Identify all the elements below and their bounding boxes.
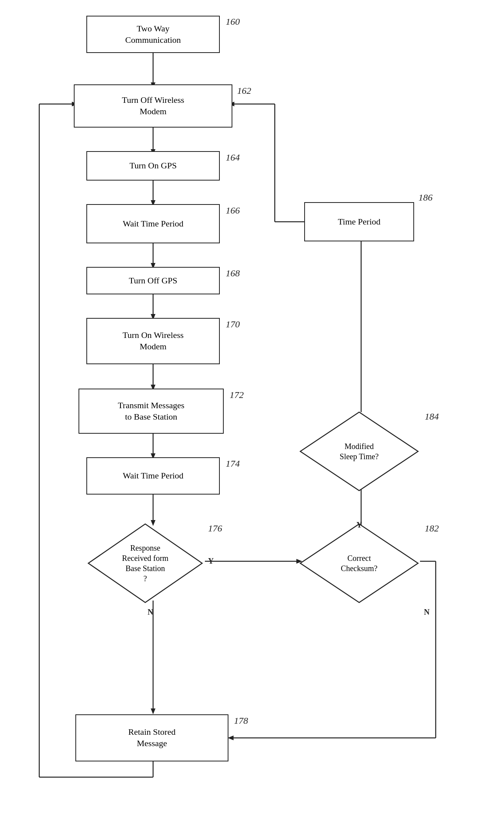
diamond-184-label: ModifiedSleep Time? xyxy=(310,441,408,462)
box-turn-off-gps: Turn Off GPS xyxy=(86,267,220,294)
ref-172: 172 xyxy=(230,390,244,400)
svg-marker-17 xyxy=(151,708,155,714)
flow-label-n2: N xyxy=(424,608,429,617)
box-retain-stored-message: Retain StoredMessage xyxy=(75,714,228,761)
svg-line-29 xyxy=(232,104,304,222)
ref-170: 170 xyxy=(226,319,240,330)
ref-168: 168 xyxy=(226,268,240,279)
diamond-182-label: CorrectChecksum? xyxy=(310,553,408,573)
box-turn-off-wireless-modem: Turn Off WirelessModem xyxy=(74,84,232,128)
ref-178: 178 xyxy=(234,716,248,726)
ref-164: 164 xyxy=(226,152,240,163)
box-turn-on-wireless-modem: Turn On WirelessModem xyxy=(86,318,220,364)
ref-166: 166 xyxy=(226,205,240,216)
box-time-period: Time Period xyxy=(304,202,414,241)
flow-label-n1: N xyxy=(148,608,153,617)
ref-160: 160 xyxy=(226,16,240,27)
svg-marker-37 xyxy=(228,736,234,740)
flowchart-diagram: Two WayCommunication 160 Turn Off Wirele… xyxy=(0,0,504,816)
box-two-way-communication: Two WayCommunication xyxy=(86,16,220,53)
diamond-modified-sleep-time: ModifiedSleep Time? xyxy=(298,410,420,493)
box-wait-time-period-1: Wait Time Period xyxy=(86,204,220,243)
flow-label-y1: Y xyxy=(208,557,214,566)
ref-184: 184 xyxy=(425,411,439,422)
ref-182: 182 xyxy=(425,523,439,534)
box-turn-on-gps: Turn On GPS xyxy=(86,151,220,181)
ref-186: 186 xyxy=(418,192,433,203)
ref-162: 162 xyxy=(237,86,251,96)
flow-label-y2: Y xyxy=(356,520,362,529)
box-wait-time-period-2: Wait Time Period xyxy=(86,457,220,495)
ref-174: 174 xyxy=(226,458,240,469)
diamond-correct-checksum: CorrectChecksum? xyxy=(298,522,420,604)
ref-176: 176 xyxy=(208,523,222,534)
diamond-response-received: ResponseReceived formBase Station? xyxy=(86,522,204,604)
box-transmit-messages: Transmit Messagesto Base Station xyxy=(79,389,224,434)
diamond-176-label: ResponseReceived formBase Station? xyxy=(98,543,192,584)
